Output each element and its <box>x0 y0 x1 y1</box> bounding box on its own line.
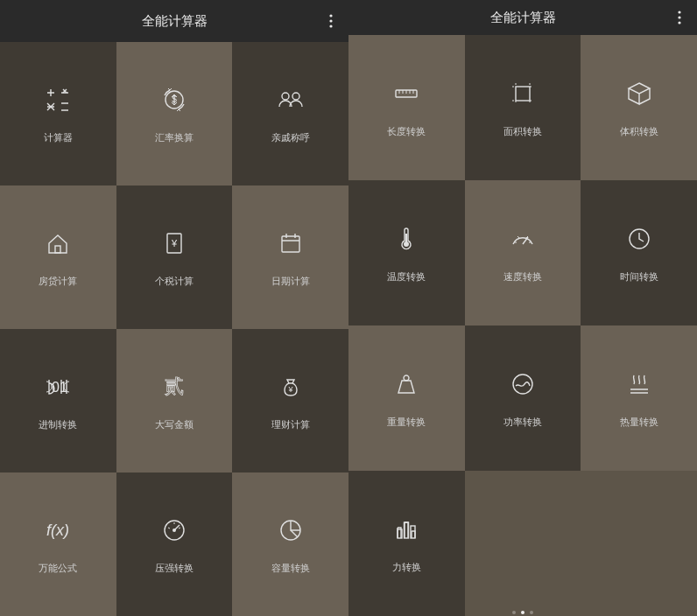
ruler-icon <box>391 78 422 109</box>
tile-capacity[interactable]: 容量转换 <box>232 472 348 616</box>
tile-label: 房贷计算 <box>39 275 77 288</box>
tile-label: 亲戚称呼 <box>271 131 310 144</box>
right-tool-grid: 长度转换面积转换体积转换温度转换速度转换时间转换重量转换功率转换热量转换力转换 <box>348 35 697 616</box>
speed-icon <box>507 223 539 255</box>
receipt-icon <box>158 228 190 259</box>
tile-label: 长度转换 <box>387 125 426 138</box>
tile-force[interactable]: 力转换 <box>348 471 465 616</box>
tile-label: 日期计算 <box>271 275 310 288</box>
left-panel: 全能计算器 计算器汇率换算亲戚称呼房贷计算个税计算日期计算进制转换大写金额理财计… <box>0 0 348 616</box>
tile-heat[interactable]: 热量转换 <box>581 326 697 471</box>
left-overflow-menu-button[interactable] <box>320 10 341 32</box>
exchange-icon <box>158 84 190 116</box>
moneybag-icon <box>275 371 306 402</box>
tile-date[interactable]: 日期计算 <box>232 186 348 329</box>
tile-formula[interactable]: 万能公式 <box>0 472 116 616</box>
right-title: 全能计算器 <box>490 10 556 26</box>
tile-volume[interactable]: 体积转换 <box>581 35 697 180</box>
right-header: 全能计算器 <box>348 0 697 35</box>
vertical-dots-icon <box>678 10 681 24</box>
tile-finance[interactable]: 理财计算 <box>232 329 348 472</box>
relatives-icon <box>275 84 306 116</box>
calc-icon <box>42 84 74 116</box>
tile-area[interactable]: 面积转换 <box>465 35 581 180</box>
page-indicator <box>512 611 533 614</box>
vertical-dots-icon <box>329 14 333 28</box>
cube-icon <box>623 78 655 109</box>
right-panel: 全能计算器 长度转换面积转换体积转换温度转换速度转换时间转换重量转换功率转换热量… <box>348 0 697 616</box>
radix-icon <box>42 371 74 402</box>
tile-temp[interactable]: 温度转换 <box>348 180 465 326</box>
tile-upper-amount[interactable]: 大写金额 <box>116 329 233 472</box>
weight-icon <box>391 368 422 400</box>
tile-label: 温度转换 <box>387 270 426 284</box>
clock-icon <box>623 223 655 255</box>
bars-icon <box>391 514 422 545</box>
tile-speed[interactable]: 速度转换 <box>465 180 581 326</box>
tile-label: 热量转换 <box>620 416 658 429</box>
tile-length[interactable]: 长度转换 <box>348 35 465 180</box>
tile-exchange[interactable]: 汇率换算 <box>116 42 233 186</box>
tile-calculator[interactable]: 计算器 <box>0 42 116 186</box>
fx-icon <box>42 514 74 546</box>
tile-label: 体积转换 <box>620 125 658 138</box>
tile-weight[interactable]: 重量转换 <box>348 326 465 471</box>
tile-label: 面积转换 <box>503 125 542 138</box>
tile-label: 万能公式 <box>39 562 77 575</box>
left-header: 全能计算器 <box>0 0 348 42</box>
tile-label: 功率转换 <box>503 416 542 429</box>
tile-label: 汇率换算 <box>155 131 194 144</box>
tile-mortgage[interactable]: 房贷计算 <box>0 186 116 329</box>
tile-label: 个税计算 <box>155 275 194 288</box>
tile-pressure[interactable]: 压强转换 <box>116 472 233 616</box>
tile-label: 进制转换 <box>39 418 77 431</box>
tile-label: 容量转换 <box>271 562 310 575</box>
hanzi-icon <box>158 371 190 402</box>
tile-time[interactable]: 时间转换 <box>581 180 697 326</box>
tile-radix[interactable]: 进制转换 <box>0 329 116 472</box>
gauge-icon <box>158 514 190 546</box>
heat-icon <box>623 368 655 400</box>
tile-label: 时间转换 <box>620 270 658 284</box>
calendar-icon <box>275 228 306 259</box>
area-icon <box>507 78 539 109</box>
tile-power[interactable]: 功率转换 <box>465 326 581 471</box>
tile-label: 大写金额 <box>155 418 194 431</box>
page-dot-active <box>521 611 525 614</box>
pie-icon <box>275 514 306 546</box>
tile-label: 力转换 <box>392 561 421 574</box>
tile-tax[interactable]: 个税计算 <box>116 186 233 329</box>
tile-label: 理财计算 <box>271 418 310 431</box>
power-icon <box>507 368 539 400</box>
right-overflow-menu-button[interactable] <box>669 7 690 28</box>
page-dot <box>512 611 516 614</box>
page-dot <box>530 611 533 614</box>
tile-label: 计算器 <box>44 131 73 144</box>
tile-relatives[interactable]: 亲戚称呼 <box>232 42 348 186</box>
house-icon <box>42 228 74 259</box>
thermo-icon <box>391 223 422 255</box>
tile-label: 压强转换 <box>155 562 194 575</box>
left-tool-grid: 计算器汇率换算亲戚称呼房贷计算个税计算日期计算进制转换大写金额理财计算万能公式压… <box>0 42 348 616</box>
tile-label: 速度转换 <box>503 270 542 284</box>
left-title: 全能计算器 <box>142 13 208 30</box>
tile-label: 重量转换 <box>387 416 426 429</box>
